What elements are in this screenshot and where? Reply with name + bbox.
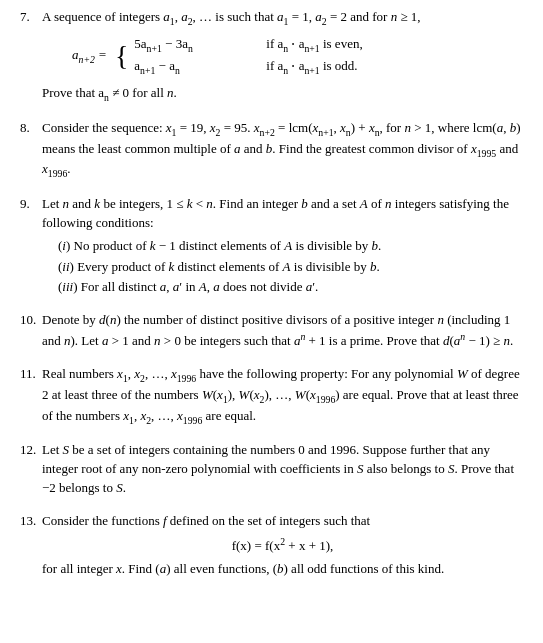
problem-statement: Let S be a set of integers containing th… [42, 441, 523, 498]
problem-number: 10. [20, 311, 42, 330]
piecewise-case: 5an+1 − 3anif an ⋅ an+1 is even, [134, 35, 362, 56]
problem-number: 9. [20, 195, 42, 214]
case-condition: if an ⋅ an+1 is even, [266, 35, 362, 56]
piecewise-case: an+1 − anif an ⋅ an+1 is odd. [134, 57, 362, 78]
problem-number: 13. [20, 512, 42, 531]
piecewise-brace: { [115, 42, 128, 70]
problem-text: Let S be a set of integers containing th… [42, 441, 523, 502]
problem-number: 11. [20, 365, 42, 384]
problem-text: Real numbers x1, x2, …, x1996 have the f… [42, 365, 523, 431]
problem-5: 11.Real numbers x1, x2, …, x1996 have th… [20, 365, 523, 431]
problem-number: 8. [20, 119, 42, 138]
problem-statement: A sequence of integers a1, a2, … is such… [42, 8, 523, 29]
problem-statement: Denote by d(n) the number of distinct po… [42, 311, 523, 351]
proof-instruction: Prove that an ≠ 0 for all n. [42, 84, 523, 105]
list-item: (ii) Every product of k distinct element… [58, 258, 523, 277]
problem-text: Let n and k be integers, 1 ≤ k < n. Find… [42, 195, 523, 301]
problem-statement: Consider the functions f defined on the … [42, 512, 523, 531]
problem-statement: Real numbers x1, x2, …, x1996 have the f… [42, 365, 523, 427]
problem-text: Denote by d(n) the number of distinct po… [42, 311, 523, 355]
problem-3: 9.Let n and k be integers, 1 ≤ k < n. Fi… [20, 195, 523, 301]
case-expression: an+1 − an [134, 57, 254, 78]
case-condition: if an ⋅ an+1 is odd. [266, 57, 357, 78]
list-item: (iii) For all distinct a, a′ in A, a doe… [58, 278, 523, 297]
problem-7: 13.Consider the functions f defined on t… [20, 512, 523, 583]
problem-4: 10.Denote by d(n) the number of distinct… [20, 311, 523, 355]
problem-statement: Let n and k be integers, 1 ≤ k < n. Find… [42, 195, 523, 233]
conditions-list: (i) No product of k − 1 distinct element… [58, 237, 523, 298]
piecewise-cases: 5an+1 − 3anif an ⋅ an+1 is even,an+1 − a… [134, 35, 362, 78]
centered-equation: f(x) = f(x2 + x + 1), [42, 535, 523, 556]
problem-1: 7.A sequence of integers a1, a2, … is su… [20, 8, 523, 109]
page-content: 7.A sequence of integers a1, a2, … is su… [20, 8, 523, 583]
problem-number: 7. [20, 8, 42, 27]
problem-number: 12. [20, 441, 42, 460]
problem-2: 8.Consider the sequence: x1 = 19, x2 = 9… [20, 119, 523, 185]
piecewise-lhs: an+2 = [72, 46, 107, 67]
problem-text: Consider the sequence: x1 = 19, x2 = 95.… [42, 119, 523, 185]
piecewise-definition: an+2 ={5an+1 − 3anif an ⋅ an+1 is even,a… [72, 35, 523, 78]
problem-text: A sequence of integers a1, a2, … is such… [42, 8, 523, 109]
problem-text: Consider the functions f defined on the … [42, 512, 523, 583]
problem-continuation: for all integer x. Find (a) all even fun… [42, 560, 523, 579]
list-item: (i) No product of k − 1 distinct element… [58, 237, 523, 256]
problem-6: 12.Let S be a set of integers containing… [20, 441, 523, 502]
case-expression: 5an+1 − 3an [134, 35, 254, 56]
problem-statement: Consider the sequence: x1 = 19, x2 = 95.… [42, 119, 523, 181]
